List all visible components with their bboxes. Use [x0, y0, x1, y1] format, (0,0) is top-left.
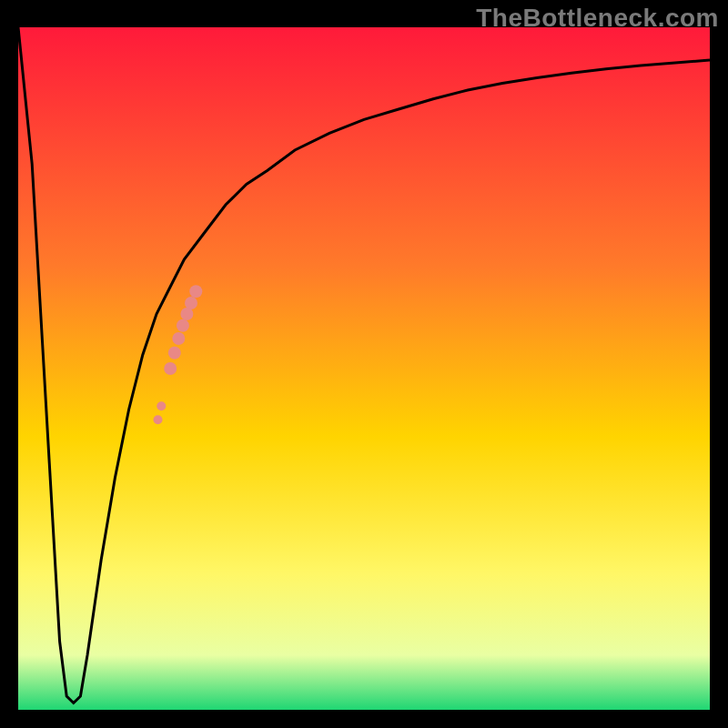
watermark-label: TheBottleneck.com	[476, 4, 719, 33]
data-marker	[189, 285, 202, 298]
data-marker	[185, 297, 197, 309]
data-marker	[172, 332, 185, 345]
data-marker	[157, 401, 166, 410]
gradient-background	[18, 27, 710, 710]
data-marker	[177, 319, 189, 332]
data-marker	[154, 415, 163, 424]
data-marker	[168, 347, 181, 359]
chart-frame: TheBottleneck.com	[0, 0, 728, 728]
data-marker	[180, 308, 193, 320]
plot-svg	[18, 27, 710, 710]
plot-area	[18, 27, 710, 710]
data-marker	[164, 362, 177, 375]
